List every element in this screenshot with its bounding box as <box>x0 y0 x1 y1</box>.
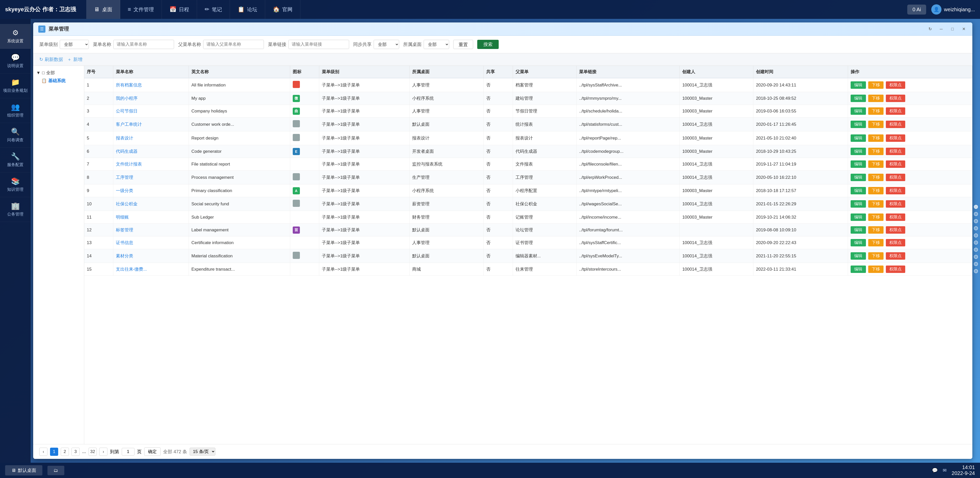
move-button[interactable]: 下移 <box>868 200 883 208</box>
cell-name[interactable]: 工序管理 <box>113 171 189 184</box>
cell-name[interactable]: 代码生成器 <box>113 145 189 158</box>
add-button[interactable]: ＋ 新增 <box>67 56 83 62</box>
page-size-select[interactable]: 15 条/页 30 条/页 50 条/页 <box>189 448 215 456</box>
edit-button[interactable]: 编辑 <box>851 148 866 155</box>
search-button[interactable]: 搜索 <box>477 40 499 49</box>
perm-button[interactable]: 权限点 <box>886 252 905 260</box>
right-circle-2[interactable] <box>974 212 978 216</box>
cell-name[interactable]: 我的小程序 <box>113 92 189 105</box>
edit-button[interactable]: 编辑 <box>851 160 866 168</box>
perm-button[interactable]: 权限点 <box>886 81 905 89</box>
edit-button[interactable]: 编辑 <box>851 107 866 115</box>
bottom-task-btn[interactable]: 🖥 默认桌面 <box>5 465 42 475</box>
move-button[interactable]: 下移 <box>868 174 883 181</box>
bottom-msg-icon[interactable]: ✉ <box>943 467 947 473</box>
sidebar-item-explain[interactable]: 💬 说明设置 <box>0 49 30 73</box>
filter-select-level[interactable]: 全部 一级菜单 子菜单 <box>60 40 89 49</box>
move-button[interactable]: 下移 <box>868 213 883 221</box>
right-circle-10[interactable] <box>974 269 978 273</box>
perm-button[interactable]: 权限点 <box>886 239 905 246</box>
sidebar-item-knowledge[interactable]: 📚 知识管理 <box>0 172 30 197</box>
edit-button[interactable]: 编辑 <box>851 187 866 194</box>
move-button[interactable]: 下移 <box>868 121 883 128</box>
cell-name[interactable]: 支出往来-缴费... <box>113 263 189 276</box>
sidebar-item-project[interactable]: 📁 项目业务规划 <box>0 73 30 98</box>
move-button[interactable]: 下移 <box>868 226 883 233</box>
edit-button[interactable]: 编辑 <box>851 239 866 246</box>
bottom-chat-icon[interactable]: 💬 <box>932 467 938 473</box>
edit-button[interactable]: 编辑 <box>851 252 866 260</box>
perm-button[interactable]: 权限点 <box>886 160 905 168</box>
edit-button[interactable]: 编辑 <box>851 174 866 181</box>
perm-button[interactable]: 权限点 <box>886 174 905 181</box>
perm-button[interactable]: 权限点 <box>886 134 905 142</box>
reset-button[interactable]: 重置 <box>453 40 473 49</box>
filter-input-link[interactable] <box>288 40 349 49</box>
cell-name[interactable]: 标签管理 <box>113 224 189 237</box>
bottom-task-btn2[interactable]: 🗂 <box>48 466 64 475</box>
tree-root-all[interactable]: ▼ □ 全部 <box>36 69 81 77</box>
move-button[interactable]: 下移 <box>868 252 883 260</box>
window-refresh-btn[interactable]: ↻ <box>926 25 934 33</box>
cell-name[interactable]: 素材分类 <box>113 249 189 263</box>
page-btn-1[interactable]: 1 <box>50 448 58 456</box>
cell-name[interactable]: 文件统计报表 <box>113 158 189 171</box>
right-circle-5[interactable] <box>974 233 978 237</box>
sidebar-item-service[interactable]: 🔧 服务配置 <box>0 148 30 172</box>
edit-button[interactable]: 编辑 <box>851 121 866 128</box>
filter-select-sync[interactable]: 全部 是 否 <box>374 40 399 49</box>
cell-name[interactable]: 客户工单统计 <box>113 118 189 131</box>
perm-button[interactable]: 权限点 <box>886 213 905 221</box>
right-circle-4[interactable] <box>974 226 978 230</box>
window-minimize-btn[interactable]: ─ <box>938 25 945 33</box>
move-button[interactable]: 下移 <box>868 160 883 168</box>
page-prev-btn[interactable]: ‹ <box>39 448 48 456</box>
taskbar-nav-schedule[interactable]: 📅 日程 <box>162 0 197 19</box>
move-button[interactable]: 下移 <box>868 148 883 155</box>
cell-name[interactable]: 一级分类 <box>113 184 189 197</box>
edit-button[interactable]: 编辑 <box>851 265 866 273</box>
taskbar-nav-forum[interactable]: 📋 论坛 <box>230 0 265 19</box>
edit-button[interactable]: 编辑 <box>851 226 866 233</box>
filter-input-parent[interactable] <box>203 40 264 49</box>
edit-button[interactable]: 编辑 <box>851 81 866 89</box>
filter-input-name[interactable] <box>113 40 174 49</box>
perm-button[interactable]: 权限点 <box>886 95 905 102</box>
perm-button[interactable]: 权限点 <box>886 226 905 233</box>
page-btn-32[interactable]: 32 <box>89 448 97 456</box>
move-button[interactable]: 下移 <box>868 81 883 89</box>
taskbar-nav-desktop[interactable]: 🖥 桌面 <box>86 0 120 19</box>
perm-button[interactable]: 权限点 <box>886 107 905 115</box>
move-button[interactable]: 下移 <box>868 95 883 102</box>
ai-button[interactable]: 0 Ai <box>907 5 926 14</box>
page-btn-3[interactable]: 3 <box>72 448 80 456</box>
right-circle-1[interactable] <box>974 205 978 209</box>
cell-name[interactable]: 明细账 <box>113 211 189 224</box>
perm-button[interactable]: 权限点 <box>886 148 905 155</box>
cell-name[interactable]: 报表设计 <box>113 131 189 145</box>
window-close-btn[interactable]: ✕ <box>960 25 967 33</box>
right-circle-9[interactable] <box>974 262 978 266</box>
refresh-data-button[interactable]: ↻ 刷新数据 <box>39 56 63 62</box>
right-circle-3[interactable] <box>974 219 978 223</box>
edit-button[interactable]: 编辑 <box>851 200 866 208</box>
move-button[interactable]: 下移 <box>868 239 883 246</box>
cell-name[interactable]: 公司节假日 <box>113 105 189 118</box>
move-button[interactable]: 下移 <box>868 187 883 194</box>
page-confirm-btn[interactable]: 确定 <box>144 448 161 456</box>
edit-button[interactable]: 编辑 <box>851 213 866 221</box>
perm-button[interactable]: 权限点 <box>886 121 905 128</box>
filter-select-desktop[interactable]: 全部 <box>424 40 449 49</box>
sidebar-item-inquiry[interactable]: 🔍 问卷调查 <box>0 123 30 148</box>
edit-button[interactable]: 编辑 <box>851 95 866 102</box>
perm-button[interactable]: 权限点 <box>886 265 905 273</box>
taskbar-nav-notes[interactable]: ✏ 笔记 <box>197 0 230 19</box>
move-button[interactable]: 下移 <box>868 134 883 142</box>
move-button[interactable]: 下移 <box>868 107 883 115</box>
perm-button[interactable]: 权限点 <box>886 200 905 208</box>
taskbar-nav-filemanage[interactable]: ≡ 文件管理 <box>120 0 162 19</box>
cell-name[interactable]: 证书信息 <box>113 237 189 249</box>
sidebar-item-group[interactable]: 👥 组织管理 <box>0 98 30 123</box>
cell-name[interactable]: 社保公积金 <box>113 197 189 211</box>
cell-name[interactable]: 所有档案信息 <box>113 78 189 92</box>
